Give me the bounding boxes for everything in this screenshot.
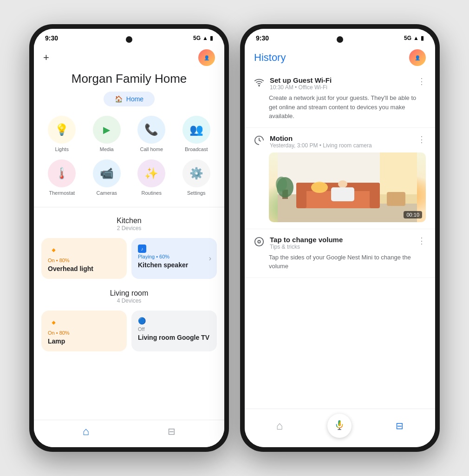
time-left: 9:30 — [45, 34, 58, 42]
google-tv-card[interactable]: 🔵 Off Living room Google TV — [131, 311, 217, 351]
settings-icon-bg: ⚙️ — [182, 159, 210, 187]
svg-point-0 — [259, 85, 260, 86]
avatar-right[interactable]: 👤 — [409, 49, 426, 66]
left-phone-screen: 9:30 5G ▲ ▮ + 👤 Morgan Family Home — [34, 29, 224, 447]
avatar-left[interactable]: 👤 — [198, 49, 215, 66]
media-icon: ▶ — [103, 124, 110, 135]
kitchen-section-header: Kitchen 2 Devices — [34, 211, 224, 233]
signal-left: 5G — [193, 35, 201, 41]
nav-history-left[interactable]: ⊟ — [168, 426, 176, 437]
signal-right: 5G — [404, 35, 411, 41]
overhead-light-name: Overhead light — [48, 265, 120, 272]
svg-rect-15 — [387, 192, 405, 206]
status-icons-right: 5G ▲ ▮ — [404, 35, 424, 41]
quick-actions-grid: 💡 Lights ▶ Media 📞 Call home — [34, 116, 224, 203]
camera-sofa-visual — [269, 152, 426, 222]
overhead-light-card[interactable]: 🔸 On • 80% Overhead light — [41, 238, 127, 279]
google-tv-status: Off — [138, 326, 210, 332]
action-settings[interactable]: ⚙️ Settings — [178, 159, 215, 196]
call-label: Call home — [140, 146, 163, 152]
home-title: Morgan Family Home — [34, 70, 224, 92]
action-routines[interactable]: ✨ Routines — [133, 159, 170, 196]
microphone-button[interactable] — [327, 414, 352, 438]
divider-kitchen — [34, 207, 224, 207]
motion-item-time: Yesterday, 3:00 PM • Living room camera — [270, 142, 412, 149]
nav-history-right[interactable]: ⊟ — [396, 420, 404, 431]
home-nav-icon: ⌂ — [83, 425, 90, 438]
speaker-arrow-icon: › — [209, 254, 211, 263]
overhead-light-icon: 🔸 — [48, 245, 120, 256]
nav-home-right[interactable]: ⌂ — [276, 419, 283, 432]
action-broadcast[interactable]: 👥 Broadcast — [178, 116, 215, 152]
left-phone: 9:30 5G ▲ ▮ + 👤 Morgan Family Home — [29, 24, 229, 452]
action-media[interactable]: ▶ Media — [88, 116, 126, 152]
svg-rect-11 — [331, 187, 354, 201]
action-cameras[interactable]: 📹 Cameras — [88, 159, 126, 196]
home-pill-icon: 🏠 — [115, 95, 123, 103]
battery-left: ▮ — [210, 35, 213, 41]
wifi-item-title: Set up Guest Wi-Fi — [270, 76, 412, 84]
living-room-devices-count: 4 Devices — [43, 298, 215, 304]
cameras-label: Cameras — [96, 190, 117, 196]
lamp-icon: 🔸 — [48, 317, 120, 328]
svg-rect-7 — [296, 183, 306, 208]
settings-icon: ⚙️ — [189, 167, 203, 180]
home-nav-icon-right: ⌂ — [276, 419, 283, 432]
settings-label: Settings — [187, 190, 206, 196]
nav-mic-right[interactable] — [327, 414, 352, 438]
call-icon: 📞 — [144, 123, 158, 136]
home-pill-container: 🏠 Home — [34, 92, 224, 106]
overhead-light-status: On • 80% — [48, 258, 120, 263]
svg-point-17 — [258, 240, 261, 243]
thermostat-icon: 🌡️ — [55, 167, 69, 180]
volume-item-header: Tap to change volume Tips & tricks ⋮ — [254, 236, 426, 250]
camera-thumbnail[interactable]: 00:10 — [269, 152, 426, 222]
kitchen-speaker-name: Kitchen speaker — [138, 261, 210, 269]
volume-icon — [254, 237, 264, 249]
home-pill-button[interactable]: 🏠 Home — [104, 92, 155, 106]
cameras-icon: 📹 — [100, 167, 114, 180]
bottom-nav-left: ⌂ ⊟ — [34, 420, 224, 447]
svg-rect-8 — [370, 183, 380, 208]
history-page-title: History — [254, 52, 286, 64]
camera-notch-right — [337, 36, 343, 43]
time-right: 9:30 — [256, 34, 269, 42]
kitchen-speaker-card[interactable]: ♪ Playing • 60% Kitchen speaker › — [131, 238, 217, 279]
history-nav-icon: ⊟ — [168, 426, 176, 437]
living-room-device-cards: 🔸 On • 80% Lamp 🔵 Off Living room Google… — [34, 306, 224, 356]
history-nav-icon-right: ⊟ — [396, 420, 404, 431]
mic-icon — [334, 420, 345, 432]
living-room-title: Living room — [43, 289, 215, 298]
kitchen-speaker-status: Playing • 60% — [138, 254, 210, 259]
nav-home-left[interactable]: ⌂ — [83, 425, 90, 438]
broadcast-label: Broadcast — [185, 146, 208, 152]
lamp-name: Lamp — [48, 337, 120, 345]
lamp-card[interactable]: 🔸 On • 80% Lamp — [41, 311, 127, 351]
svg-point-10 — [338, 180, 347, 188]
home-pill-label: Home — [126, 95, 143, 103]
header-bar-left: + 👤 — [34, 44, 224, 70]
bottom-nav-right: ⌂ — [245, 409, 435, 447]
action-lights[interactable]: 💡 Lights — [43, 116, 81, 152]
right-phone: 9:30 5G ▲ ▮ History 👤 — [240, 24, 440, 452]
routines-label: Routines — [142, 190, 162, 196]
left-phone-content: + 👤 Morgan Family Home 🏠 Home 💡 — [34, 44, 224, 447]
signal-bars-left: ▲ — [202, 35, 208, 41]
action-call[interactable]: 📞 Call home — [133, 116, 170, 152]
motion-more-button[interactable]: ⋮ — [417, 134, 426, 145]
history-header: History 👤 — [245, 44, 435, 70]
volume-more-button[interactable]: ⋮ — [417, 236, 426, 246]
camera-duration: 00:10 — [404, 211, 422, 218]
avatar-right-icon: 👤 — [415, 55, 420, 60]
lights-label: Lights — [55, 146, 69, 152]
history-item-volume: Tap to change volume Tips & tricks ⋮ Tap… — [245, 229, 435, 278]
motion-item-info: Motion Yesterday, 3:00 PM • Living room … — [270, 134, 412, 149]
add-button[interactable]: + — [43, 52, 49, 64]
motion-item-header: Motion Yesterday, 3:00 PM • Living room … — [254, 134, 426, 149]
avatar-initials: 👤 — [204, 55, 209, 60]
action-thermostat[interactable]: 🌡️ Thermostat — [43, 159, 81, 196]
wifi-item-desc: Create a network just for your guests. T… — [269, 93, 426, 121]
wifi-more-button[interactable]: ⋮ — [417, 76, 426, 86]
google-tv-name: Living room Google TV — [138, 334, 210, 341]
media-icon-bg: ▶ — [93, 116, 121, 144]
